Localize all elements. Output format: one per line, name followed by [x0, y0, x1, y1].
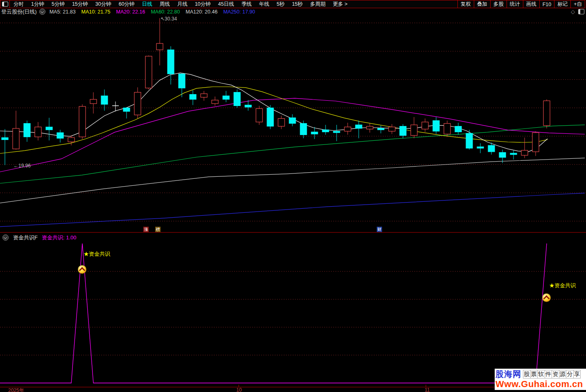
- candle: [145, 56, 152, 90]
- ma-value-labels: MA5: 21.83MA10: 21.75MA20: 22.16MA60: 22…: [50, 9, 255, 15]
- ma-label-ma10: MA10: 21.75: [81, 9, 111, 15]
- chart-title-bar: 登云股份(日线) MA5: 21.83MA10: 21.75MA20: 22.1…: [0, 8, 586, 16]
- axis-label-october: 10: [236, 387, 242, 392]
- watermark-tagline: 股票软件资源分享: [523, 370, 581, 378]
- stock-app-window: 分时1分钟5分钟15分钟30分钟60分钟日线周线月线10分钟45日线季线年线5秒…: [0, 0, 586, 392]
- candle: [322, 125, 329, 135]
- period-item[interactable]: 15秒: [288, 1, 306, 8]
- candle: [466, 130, 473, 149]
- signal-label: ★资金共识: [84, 250, 110, 258]
- tool-item[interactable]: 叠加: [474, 0, 491, 8]
- tool-item[interactable]: 统计: [507, 0, 523, 8]
- low-price-label: ←19.96: [14, 163, 31, 169]
- period-item[interactable]: 5分钟: [48, 1, 68, 8]
- tool-item[interactable]: 多股: [491, 0, 507, 8]
- candle: [300, 121, 307, 138]
- chevron-down-icon[interactable]: [39, 9, 45, 15]
- period-item[interactable]: 年线: [255, 1, 273, 8]
- candle: [212, 97, 218, 106]
- candle: [24, 121, 30, 142]
- candle: [68, 135, 75, 145]
- ma-line-ma60: [0, 125, 585, 183]
- ma-label-ma250: MA250: 17.90: [223, 9, 255, 15]
- period-item[interactable]: 45日线: [215, 1, 238, 8]
- ma-label-ma60: MA60: 22.80: [151, 9, 180, 15]
- axis-label-year: 2025年: [8, 387, 24, 392]
- info-badge[interactable]: 榜: [155, 227, 161, 232]
- candle: [521, 137, 528, 158]
- candle: [2, 129, 8, 165]
- candle: [123, 107, 130, 119]
- candlestick-chart[interactable]: [0, 0, 586, 392]
- candle: [112, 101, 119, 111]
- ma-label-ma5: MA5: 21.83: [50, 9, 76, 15]
- tool-item[interactable]: 复权: [458, 0, 474, 8]
- ma-label-ma20: MA20: 22.16: [116, 9, 145, 15]
- tool-item[interactable]: F10: [540, 0, 555, 8]
- candle: [256, 106, 262, 125]
- panel-toggle-icon[interactable]: [578, 9, 584, 14]
- period-item[interactable]: 周线: [156, 1, 174, 8]
- candle: [367, 124, 373, 133]
- candle: [90, 92, 97, 114]
- period-item[interactable]: 更多 >: [329, 1, 351, 8]
- candle: [223, 91, 229, 102]
- period-item[interactable]: 分时: [10, 1, 27, 8]
- signal-ball-icon[interactable]: [542, 293, 551, 302]
- candle: [134, 87, 141, 118]
- candle: [411, 117, 417, 138]
- window-toggle-button[interactable]: [0, 0, 10, 8]
- watermark-site-name: 股海网: [495, 369, 521, 380]
- candle: [333, 125, 340, 141]
- info-badge[interactable]: 涨: [143, 227, 149, 232]
- ma-line-ma20: [0, 98, 585, 172]
- candle: [378, 126, 384, 133]
- stock-title: 登云股份(日线): [1, 8, 37, 16]
- indicator-value: 资金共识: 1.00: [42, 234, 77, 241]
- window-icon: [2, 2, 8, 7]
- period-item[interactable]: 10分钟: [191, 1, 215, 8]
- period-item[interactable]: 15分钟: [68, 1, 92, 8]
- tool-menu-items: 复权叠加多股统计画线F10标记+自: [457, 0, 585, 8]
- indicator-line: [0, 243, 547, 383]
- period-item[interactable]: 30分钟: [92, 1, 115, 8]
- period-item[interactable]: 季线: [238, 1, 255, 8]
- indicator-header: 资金共识F 资金共识: 1.00: [0, 233, 586, 242]
- signal-ball-icon[interactable]: [78, 265, 86, 274]
- period-item[interactable]: 多周期: [306, 1, 329, 8]
- ma-lines: [0, 73, 585, 227]
- candle: [190, 90, 196, 105]
- candle: [311, 127, 318, 139]
- period-item[interactable]: 月线: [174, 1, 191, 8]
- candle: [444, 121, 450, 137]
- diamond-icon[interactable]: ◇: [571, 9, 575, 15]
- candle: [156, 18, 163, 65]
- period-item[interactable]: 1分钟: [27, 1, 48, 8]
- period-item[interactable]: 60分钟: [115, 1, 138, 8]
- candle: [46, 118, 52, 140]
- candle: [433, 117, 439, 134]
- high-price-label: ↖30.34: [161, 16, 177, 22]
- tool-item[interactable]: 画线: [523, 0, 540, 8]
- candle: [179, 73, 185, 97]
- candle: [344, 123, 351, 135]
- period-menu-items: 分时1分钟5分钟15分钟30分钟60分钟日线周线月线10分钟45日线季线年线5秒…: [10, 1, 457, 8]
- candle: [389, 124, 395, 134]
- candle: [510, 150, 517, 159]
- tool-item[interactable]: +自: [571, 0, 585, 8]
- candle: [278, 116, 285, 129]
- indicator-collapse-icon[interactable]: [2, 234, 9, 241]
- period-item[interactable]: 日线: [138, 1, 156, 8]
- candle: [422, 119, 428, 132]
- candle: [532, 131, 539, 156]
- ma-label-ma120: MA120: 20.46: [186, 9, 217, 15]
- candle: [201, 91, 207, 101]
- tool-item[interactable]: 标记: [554, 0, 571, 8]
- watermark: 股海网 股票软件资源分享 Www.Guhai.com.cn: [495, 369, 586, 390]
- candle: [543, 99, 550, 128]
- candle: [167, 46, 174, 84]
- candle: [13, 111, 19, 150]
- indicator-name[interactable]: 资金共识F: [13, 234, 38, 241]
- info-badge[interactable]: 财: [377, 227, 382, 232]
- period-item[interactable]: 5秒: [273, 1, 288, 8]
